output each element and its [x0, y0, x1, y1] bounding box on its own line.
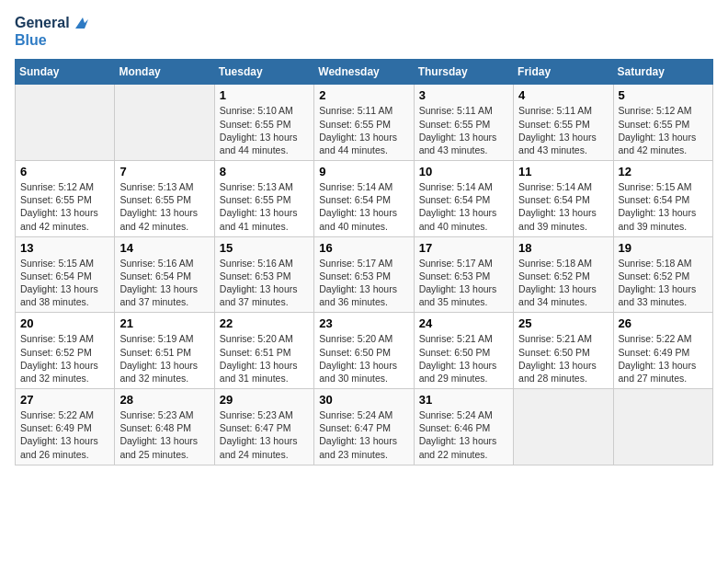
calendar-day-cell: 4Sunrise: 5:11 AM Sunset: 6:55 PM Daylig…	[514, 85, 613, 161]
calendar-day-cell: 3Sunrise: 5:11 AM Sunset: 6:55 PM Daylig…	[414, 85, 513, 161]
day-info: Sunrise: 5:17 AM Sunset: 6:53 PM Dayligh…	[419, 257, 508, 309]
calendar-week-row: 6Sunrise: 5:12 AM Sunset: 6:55 PM Daylig…	[16, 161, 713, 237]
calendar-day-cell: 19Sunrise: 5:18 AM Sunset: 6:52 PM Dayli…	[613, 236, 712, 313]
calendar-day-cell: 8Sunrise: 5:13 AM Sunset: 6:55 PM Daylig…	[214, 161, 313, 237]
day-number: 31	[419, 393, 508, 407]
day-info: Sunrise: 5:14 AM Sunset: 6:54 PM Dayligh…	[419, 180, 508, 233]
calendar-body: 1Sunrise: 5:10 AM Sunset: 6:55 PM Daylig…	[16, 85, 713, 465]
day-info: Sunrise: 5:23 AM Sunset: 6:47 PM Dayligh…	[220, 408, 309, 461]
day-number: 26	[619, 316, 708, 330]
day-number: 7	[119, 165, 209, 178]
calendar-day-cell: 17Sunrise: 5:17 AM Sunset: 6:53 PM Dayli…	[414, 236, 513, 313]
calendar-day-cell: 12Sunrise: 5:15 AM Sunset: 6:54 PM Dayli…	[613, 161, 712, 237]
day-info: Sunrise: 5:16 AM Sunset: 6:53 PM Dayligh…	[220, 257, 309, 309]
calendar-day-cell: 16Sunrise: 5:17 AM Sunset: 6:53 PM Dayli…	[314, 236, 414, 313]
day-number: 17	[419, 241, 508, 255]
calendar-day-cell: 31Sunrise: 5:24 AM Sunset: 6:46 PM Dayli…	[414, 389, 513, 465]
day-number: 9	[319, 165, 408, 178]
calendar-day-cell: 27Sunrise: 5:22 AM Sunset: 6:49 PM Dayli…	[16, 389, 115, 465]
day-info: Sunrise: 5:20 AM Sunset: 6:51 PM Dayligh…	[220, 332, 309, 385]
calendar-day-cell: 22Sunrise: 5:20 AM Sunset: 6:51 PM Dayli…	[214, 313, 313, 389]
day-number: 4	[518, 88, 608, 102]
day-number: 3	[419, 88, 508, 102]
calendar-day-cell: 21Sunrise: 5:19 AM Sunset: 6:51 PM Dayli…	[115, 313, 214, 389]
calendar-day-cell	[115, 85, 214, 161]
day-number: 20	[20, 316, 109, 330]
day-number: 27	[20, 393, 109, 407]
day-info: Sunrise: 5:13 AM Sunset: 6:55 PM Dayligh…	[119, 180, 209, 233]
day-number: 1	[220, 88, 309, 102]
day-number: 24	[419, 316, 508, 330]
logo: General Blue	[15, 15, 88, 48]
day-of-week-header: Friday	[514, 60, 613, 85]
day-of-week-header: Sunday	[16, 60, 115, 85]
day-number: 16	[319, 241, 408, 255]
day-number: 15	[220, 241, 309, 255]
day-info: Sunrise: 5:11 AM Sunset: 6:55 PM Dayligh…	[319, 104, 408, 156]
calendar-day-cell: 24Sunrise: 5:21 AM Sunset: 6:50 PM Dayli…	[414, 313, 513, 389]
calendar-day-cell: 1Sunrise: 5:10 AM Sunset: 6:55 PM Daylig…	[214, 85, 313, 161]
day-info: Sunrise: 5:20 AM Sunset: 6:50 PM Dayligh…	[319, 332, 408, 385]
calendar-day-cell: 25Sunrise: 5:21 AM Sunset: 6:50 PM Dayli…	[514, 313, 613, 389]
calendar-day-cell: 15Sunrise: 5:16 AM Sunset: 6:53 PM Dayli…	[214, 236, 313, 313]
calendar-day-cell	[514, 389, 613, 465]
day-of-week-header: Saturday	[613, 60, 712, 85]
day-number: 21	[119, 316, 209, 330]
day-info: Sunrise: 5:12 AM Sunset: 6:55 PM Dayligh…	[619, 104, 708, 156]
calendar-day-cell: 29Sunrise: 5:23 AM Sunset: 6:47 PM Dayli…	[214, 389, 313, 465]
days-of-week-row: SundayMondayTuesdayWednesdayThursdayFrid…	[16, 60, 713, 85]
day-number: 19	[619, 241, 708, 255]
day-info: Sunrise: 5:24 AM Sunset: 6:46 PM Dayligh…	[419, 408, 508, 461]
calendar-day-cell: 11Sunrise: 5:14 AM Sunset: 6:54 PM Dayli…	[514, 161, 613, 237]
day-number: 11	[518, 165, 608, 178]
day-info: Sunrise: 5:11 AM Sunset: 6:55 PM Dayligh…	[518, 104, 608, 156]
day-of-week-header: Thursday	[414, 60, 513, 85]
day-info: Sunrise: 5:18 AM Sunset: 6:52 PM Dayligh…	[518, 257, 608, 309]
calendar-day-cell: 23Sunrise: 5:20 AM Sunset: 6:50 PM Dayli…	[314, 313, 414, 389]
calendar-day-cell: 14Sunrise: 5:16 AM Sunset: 6:54 PM Dayli…	[115, 236, 214, 313]
day-info: Sunrise: 5:12 AM Sunset: 6:55 PM Dayligh…	[20, 180, 109, 233]
day-number: 23	[319, 316, 408, 330]
calendar-day-cell: 18Sunrise: 5:18 AM Sunset: 6:52 PM Dayli…	[514, 236, 613, 313]
logo-wordmark: General Blue	[15, 15, 88, 48]
day-info: Sunrise: 5:16 AM Sunset: 6:54 PM Dayligh…	[119, 257, 209, 309]
calendar-day-cell: 28Sunrise: 5:23 AM Sunset: 6:48 PM Dayli…	[115, 389, 214, 465]
calendar-day-cell	[613, 389, 712, 465]
day-info: Sunrise: 5:14 AM Sunset: 6:54 PM Dayligh…	[518, 180, 608, 233]
calendar-week-row: 1Sunrise: 5:10 AM Sunset: 6:55 PM Daylig…	[16, 85, 713, 161]
day-of-week-header: Monday	[115, 60, 214, 85]
calendar-day-cell: 30Sunrise: 5:24 AM Sunset: 6:47 PM Dayli…	[314, 389, 414, 465]
day-info: Sunrise: 5:17 AM Sunset: 6:53 PM Dayligh…	[319, 257, 408, 309]
day-info: Sunrise: 5:22 AM Sunset: 6:49 PM Dayligh…	[20, 408, 109, 461]
day-of-week-header: Wednesday	[314, 60, 414, 85]
day-info: Sunrise: 5:23 AM Sunset: 6:48 PM Dayligh…	[119, 408, 209, 461]
calendar-day-cell: 13Sunrise: 5:15 AM Sunset: 6:54 PM Dayli…	[16, 236, 115, 313]
day-number: 29	[220, 393, 309, 407]
calendar-day-cell: 5Sunrise: 5:12 AM Sunset: 6:55 PM Daylig…	[613, 85, 712, 161]
calendar-day-cell: 6Sunrise: 5:12 AM Sunset: 6:55 PM Daylig…	[16, 161, 115, 237]
day-info: Sunrise: 5:15 AM Sunset: 6:54 PM Dayligh…	[20, 257, 109, 309]
day-number: 10	[419, 165, 508, 178]
calendar-week-row: 27Sunrise: 5:22 AM Sunset: 6:49 PM Dayli…	[16, 389, 713, 465]
day-of-week-header: Tuesday	[214, 60, 313, 85]
day-info: Sunrise: 5:19 AM Sunset: 6:52 PM Dayligh…	[20, 332, 109, 385]
logo-bird-icon	[72, 16, 88, 32]
day-number: 28	[119, 393, 209, 407]
day-number: 6	[20, 165, 109, 178]
svg-marker-0	[75, 17, 88, 29]
page-header: General Blue	[15, 15, 713, 48]
calendar-day-cell: 10Sunrise: 5:14 AM Sunset: 6:54 PM Dayli…	[414, 161, 513, 237]
day-number: 30	[319, 393, 408, 407]
day-number: 18	[518, 241, 608, 255]
day-number: 14	[119, 241, 209, 255]
day-number: 13	[20, 241, 109, 255]
calendar-day-cell	[16, 85, 115, 161]
day-number: 8	[220, 165, 309, 178]
day-info: Sunrise: 5:10 AM Sunset: 6:55 PM Dayligh…	[220, 104, 309, 156]
calendar-day-cell: 7Sunrise: 5:13 AM Sunset: 6:55 PM Daylig…	[115, 161, 214, 237]
calendar-week-row: 20Sunrise: 5:19 AM Sunset: 6:52 PM Dayli…	[16, 313, 713, 389]
day-number: 2	[319, 88, 408, 102]
day-info: Sunrise: 5:13 AM Sunset: 6:55 PM Dayligh…	[220, 180, 309, 233]
day-info: Sunrise: 5:18 AM Sunset: 6:52 PM Dayligh…	[619, 257, 708, 309]
day-info: Sunrise: 5:21 AM Sunset: 6:50 PM Dayligh…	[518, 332, 608, 385]
